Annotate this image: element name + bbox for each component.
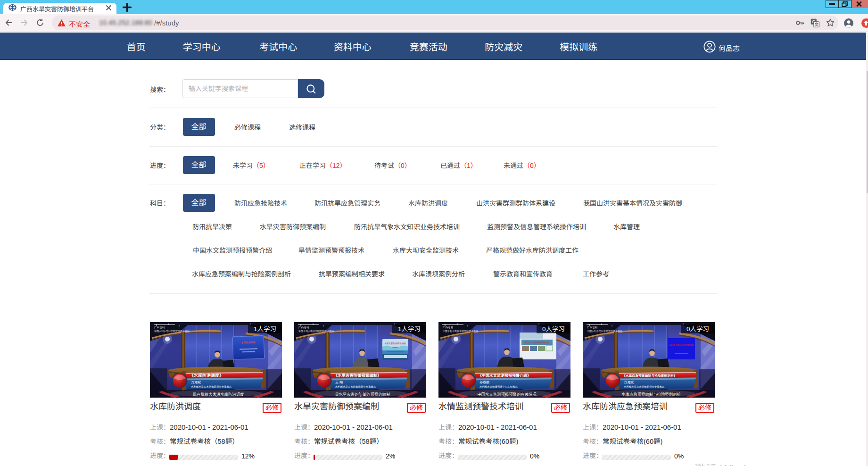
svg-text:中国水利水电科学研究院技术支持: 中国水利水电科学研究院技术支持 — [298, 330, 334, 333]
svg-text:中国水利水电科学研究院技术支持: 中国水利水电科学研究院技术支持 — [154, 330, 190, 333]
svg-text:水库应急预案编制与抢险案例剖析: 水库应急预案编制与抢险案例剖析 — [621, 392, 681, 397]
svg-text:现在我给大家讲水库防洪调度: 现在我给大家讲水库防洪调度 — [193, 392, 244, 397]
svg-text:广西水利: 广西水利 — [587, 326, 598, 329]
svg-text:《水库应急预案编制与抢险案例剖析》: 《水库应急预案编制与抢险案例剖析》 — [622, 374, 677, 377]
svg-text:水库应急预案编制与抢险案例剖析: 水库应急预案编制与抢险案例剖析 — [669, 344, 694, 346]
svg-text:《水旱灾害防御预案编制》: 《水旱灾害防御预案编制》 — [334, 373, 381, 378]
svg-text:广西水利: 广西水利 — [154, 326, 165, 329]
svg-text:《中国水文监测预报预警介绍》: 《中国水文监测预报预警介绍》 — [478, 373, 531, 378]
svg-text:孙春鹏: 孙春鹏 — [479, 381, 489, 384]
svg-text:0人学习: 0人学习 — [542, 325, 565, 333]
svg-text:万海斌: 万海斌 — [191, 381, 201, 384]
svg-text:水旱灾害防御预案编制: 水旱灾害防御预案编制 — [384, 342, 406, 345]
svg-text:《水库防洪调度》: 《水库防洪调度》 — [190, 373, 223, 378]
svg-text:显水旱灾害的防御的预案的编制: 显水旱灾害的防御的预案的编制 — [335, 392, 390, 397]
svg-text:中国水利水电科学研究院技术支持: 中国水利水电科学研究院技术支持 — [587, 330, 622, 333]
svg-text:广西水利: 广西水利 — [298, 326, 309, 329]
svg-text:中国水文监测预报预警的有关情况: 中国水文监测预报预警的有关情况 — [477, 392, 537, 397]
svg-text:0人学习: 0人学习 — [686, 325, 709, 333]
svg-text:中国水文监测预报预警介绍: 中国水文监测预报预警介绍 — [525, 341, 550, 344]
svg-text:王 翔: 王 翔 — [335, 381, 343, 384]
svg-text:水库防洪调度: 水库防洪调度 — [241, 341, 256, 344]
svg-text:万海斌: 万海斌 — [624, 381, 634, 384]
svg-text:1人学习: 1人学习 — [398, 325, 421, 333]
svg-text:水利部水文情报预报中心主任教高: 水利部水文情报预报中心主任教高 — [479, 385, 518, 388]
svg-text:水利部水旱灾害防御司督察专员教高: 水利部水旱灾害防御司督察专员教高 — [335, 385, 376, 388]
svg-text:水利部水旱灾害防御司督察专员教高: 水利部水旱灾害防御司督察专员教高 — [624, 385, 665, 388]
svg-text:广西水利: 广西水利 — [443, 326, 454, 329]
svg-text:中国水利水电科学研究院技术支持: 中国水利水电科学研究院技术支持 — [443, 330, 478, 333]
svg-text:1人学习: 1人学习 — [254, 325, 276, 333]
svg-text:水利部水旱灾害防御司督察专员教高: 水利部水旱灾害防御司督察专员教高 — [191, 385, 232, 388]
